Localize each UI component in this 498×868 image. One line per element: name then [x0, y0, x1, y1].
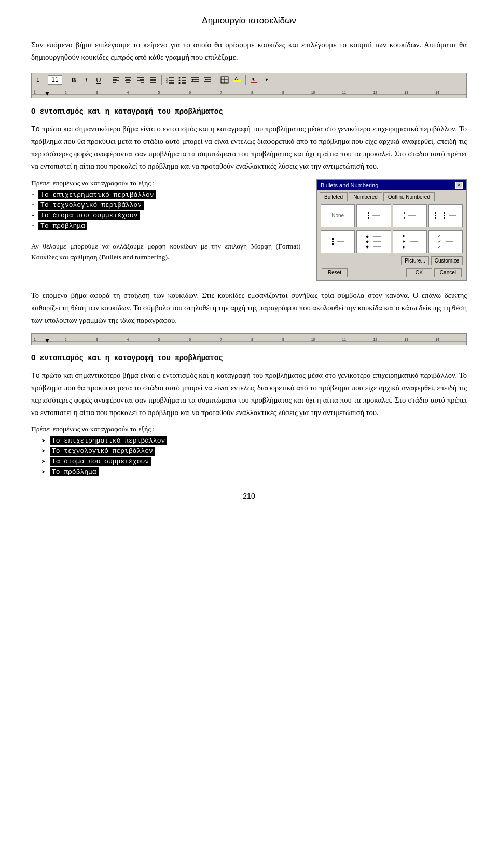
borders-button[interactable] [219, 75, 230, 85]
dialog-close-button[interactable]: × [455, 182, 463, 189]
arrow-item-4: ➤ Το πρόβλημα [31, 467, 467, 476]
highlight-button[interactable]: A [231, 75, 243, 85]
toolbar-style-dropdown[interactable]: 1 [34, 75, 42, 85]
arrow-label-1: Το επιχειρηματικό περιβάλλον [50, 436, 167, 445]
toolbar-sep1 [45, 75, 45, 85]
dialog-tab-numbered[interactable]: Numbered [349, 192, 382, 201]
svg-text:A: A [234, 76, 238, 81]
bullet-option-squares[interactable] [428, 204, 463, 227]
svg-text:3: 3 [96, 91, 98, 94]
section2-heading: Ο εντοπισμός και η καταγραφή του προβλήμ… [31, 354, 467, 362]
arrow-item-1: ➤ Το επιχειρηματικό περιβάλλον [31, 436, 467, 445]
para1-body: πρώτο και σημαντικότερο βήμα είναι ο εντ… [31, 125, 467, 170]
svg-text:12: 12 [373, 91, 377, 94]
arrow-icon-2: ➤ [42, 447, 46, 456]
svg-text:11: 11 [342, 338, 347, 341]
arrow-label-3: Τα άτομα που συμμετέχουν [50, 457, 151, 466]
svg-text:14: 14 [435, 338, 439, 341]
font-size-input[interactable]: 11 [48, 75, 62, 85]
bullet-item-3: - Τα άτομα που συμμετέχουν [31, 211, 308, 220]
font-color-button[interactable]: A [248, 75, 260, 85]
bullet-item-4: - Το πρόβλημα [31, 222, 308, 230]
bullet-dash-1: - [31, 191, 35, 199]
italic-button[interactable]: I [80, 75, 92, 85]
svg-text:2: 2 [65, 338, 67, 341]
bullets-numbering-dialog[interactable]: Bullets and Numbering × Bulleted Numbere… [316, 179, 467, 281]
bullet-label-1: Το επιχειρηματικό περιβάλλον [38, 190, 156, 199]
svg-text:14: 14 [435, 91, 439, 94]
svg-text:A: A [251, 77, 255, 82]
toolbar-sep2 [65, 75, 65, 85]
decrease-indent-button[interactable] [189, 75, 201, 85]
page-title: Δημιουργία ιστοσελίδων [31, 16, 467, 26]
bullet-option-open-squares[interactable] [321, 230, 355, 253]
bold-button[interactable]: B [68, 75, 79, 85]
ok-button[interactable]: OK [406, 268, 432, 277]
bullet-list-button[interactable] [177, 75, 188, 85]
none-label: None [331, 213, 344, 218]
dialog-ok-cancel: OK Cancel [406, 268, 462, 277]
svg-text:1: 1 [34, 91, 36, 94]
align-right-button[interactable] [135, 75, 146, 85]
justify-button[interactable] [147, 75, 159, 85]
bullet-item-1: - Το επιχειρηματικό περιβάλλον [31, 190, 308, 199]
svg-marker-35 [205, 79, 206, 81]
align-center-button[interactable] [122, 75, 134, 85]
bullet-grid-bottom: ➤ ➤ ➤ ✓ ✓ ✓ [321, 230, 463, 253]
svg-text:12: 12 [373, 338, 377, 341]
cancel-button[interactable]: Cancel [434, 268, 462, 277]
svg-text:9: 9 [282, 338, 284, 341]
font-color-dropdown[interactable]: ▼ [261, 75, 272, 85]
arrow-item-2: ➤ Το τεχνολογικό περιβάλλον [31, 447, 467, 456]
svg-text:3: 3 [96, 338, 98, 341]
arrow-label-4: Το πρόβλημα [50, 467, 99, 476]
bullet-label-4: Το πρόβλημα [38, 222, 87, 230]
bullet-item-2: - Το τεχνολογικό περιβάλλον [31, 201, 308, 210]
svg-point-24 [179, 80, 181, 81]
svg-text:6: 6 [189, 91, 191, 94]
reset-button[interactable]: Reset [322, 268, 348, 277]
col-right: Bullets and Numbering × Bulleted Numbere… [316, 179, 467, 281]
svg-text:11: 11 [342, 91, 347, 94]
bullet-option-none[interactable]: None [321, 204, 355, 227]
svg-point-26 [179, 82, 181, 84]
prereq-text: Πρέπει επομένως να καταγραφούν τα εξής : [31, 179, 308, 187]
bullet-label-2: Το τεχνολογικό περιβάλλον [38, 201, 144, 210]
dialog-tab-outline[interactable]: Outline Numbered [383, 192, 435, 201]
format-para: Αν θέλουμε μπορούμε να αλλάξουμε μορφή κ… [31, 241, 308, 263]
dialog-title: Bullets and Numbering [321, 182, 378, 188]
dialog-tabs: Bulleted Numbered Outline Numbered [317, 190, 466, 201]
svg-text:4: 4 [127, 338, 129, 341]
two-col-section: Πρέπει επομένως να καταγραφούν τα εξής :… [31, 179, 467, 281]
numbered-list-button[interactable]: 1.2.3. [164, 75, 176, 85]
bullet-option-diamonds[interactable] [356, 230, 391, 253]
arrow-item-3: ➤ Τα άτομα που συμμετέχουν [31, 457, 467, 466]
bullet-dash-3: - [31, 212, 35, 219]
svg-text:4: 4 [127, 91, 129, 94]
bullet-option-checks[interactable]: ✓ ✓ ✓ [428, 230, 463, 253]
col-left: Πρέπει επομένως να καταγραφούν τα εξής :… [31, 179, 308, 263]
svg-text:10: 10 [311, 91, 315, 94]
section1-para: Το πρώτο και σημαντικότερο βήμα είναι ο … [31, 123, 467, 173]
svg-text:13: 13 [404, 91, 408, 94]
toolbar: 1 11 B I U 1.2.3. [31, 73, 467, 87]
underline-button[interactable]: U [93, 75, 104, 85]
ruler-1: · 1 2 3 4 5 6 7 8 9 10 11 12 13 14 [31, 87, 467, 98]
ruler-2: 1 2 3 4 5 6 7 8 9 10 11 12 13 14 [31, 333, 467, 345]
para1-prefix: Το [31, 125, 40, 133]
increase-indent-button[interactable] [202, 75, 213, 85]
intro-paragraph: Σαν επόμενο βήμα επιλέγουμε το κείμενο γ… [31, 38, 467, 63]
bullet-option-circles[interactable] [393, 204, 427, 227]
align-left-button[interactable] [110, 75, 121, 85]
svg-text:13: 13 [404, 338, 408, 341]
svg-marker-31 [191, 79, 193, 81]
dialog-tab-bulleted[interactable]: Bulleted [320, 192, 348, 201]
bullet-option-arrows[interactable]: ➤ ➤ ➤ [393, 230, 427, 253]
picture-button[interactable]: Picture... [401, 256, 428, 265]
para2-prefix: Το [31, 371, 40, 380]
bullet-option-filled-dots[interactable] [356, 204, 391, 227]
para2-body: πρώτο και σημαντικότερο βήμα είναι ο εντ… [31, 371, 467, 417]
svg-text:2: 2 [65, 91, 67, 94]
section1-heading: Ο εντοπισμός και η καταγραφή του προβλήμ… [31, 107, 467, 116]
customize-button[interactable]: Customize [431, 256, 463, 265]
